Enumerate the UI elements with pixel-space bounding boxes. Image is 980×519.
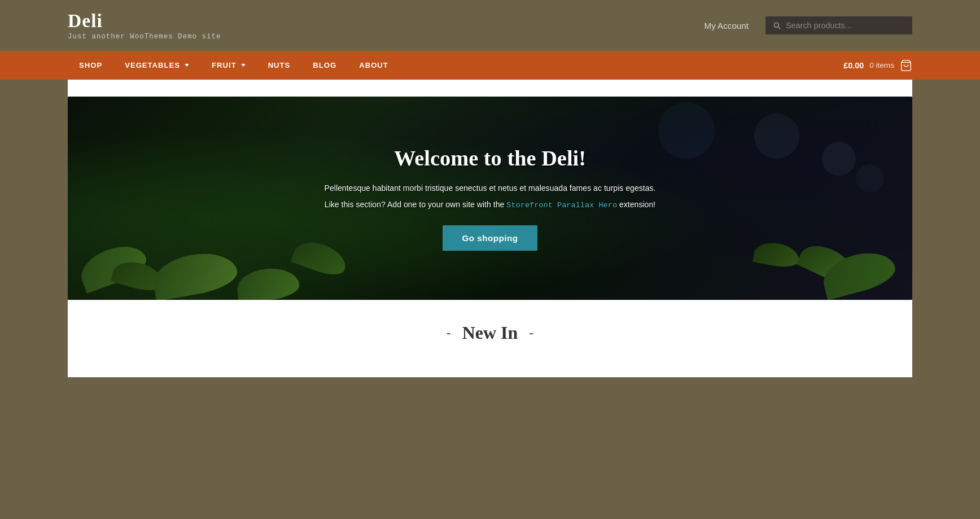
nav-link-vegetables[interactable]: VEGETABLES xyxy=(113,51,200,80)
chevron-down-icon xyxy=(185,64,189,67)
main-navigation: SHOP VEGETABLES FRUIT NUTS BLOG xyxy=(0,51,980,80)
nav-item-fruit: FRUIT xyxy=(200,51,257,80)
nav-item-nuts: NUTS xyxy=(257,51,302,80)
hero-banner: Welcome to the Deli! Pellentesque habita… xyxy=(68,97,912,300)
new-in-section: - New In - xyxy=(68,300,912,355)
cart-area[interactable]: £0.00 0 items xyxy=(843,59,912,72)
new-in-heading: - New In - xyxy=(68,322,912,343)
main-content: Welcome to the Deli! Pellentesque habita… xyxy=(68,80,912,377)
nav-link-about[interactable]: ABOUT xyxy=(348,51,400,80)
parallax-hero-link[interactable]: Storefront Parallax Hero xyxy=(506,201,617,210)
hero-link-text: Like this section? Add one to your own s… xyxy=(325,200,655,210)
cart-icon xyxy=(900,59,912,72)
search-form xyxy=(765,16,912,34)
site-header: Deli Just another WooThemes Demo site My… xyxy=(0,0,980,51)
search-input[interactable] xyxy=(786,21,905,30)
site-title: Deli xyxy=(68,10,221,32)
nav-item-vegetables: VEGETABLES xyxy=(113,51,200,80)
hero-title: Welcome to the Deli! xyxy=(394,146,586,171)
chevron-down-icon xyxy=(241,64,246,67)
site-tagline: Just another WooThemes Demo site xyxy=(68,33,221,41)
nav-link-nuts[interactable]: NUTS xyxy=(257,51,302,80)
new-in-title: New In xyxy=(462,322,518,343)
site-branding: Deli Just another WooThemes Demo site xyxy=(68,10,221,41)
my-account-link[interactable]: My Account xyxy=(704,21,749,30)
go-shopping-button[interactable]: Go shopping xyxy=(443,225,537,251)
header-right: My Account xyxy=(704,16,912,34)
hero-content: Welcome to the Deli! Pellentesque habita… xyxy=(68,97,912,300)
nav-link-shop[interactable]: SHOP xyxy=(68,51,113,80)
nav-items: SHOP VEGETABLES FRUIT NUTS BLOG xyxy=(68,51,400,80)
hero-subtitle: Pellentesque habitant morbi tristique se… xyxy=(325,182,656,195)
nav-link-blog[interactable]: BLOG xyxy=(301,51,348,80)
heading-dash-right: - xyxy=(529,325,533,341)
heading-dash-left: - xyxy=(447,325,451,341)
nav-item-blog: BLOG xyxy=(301,51,348,80)
nav-link-fruit[interactable]: FRUIT xyxy=(200,51,257,80)
cart-total: £0.00 xyxy=(843,61,864,70)
nav-item-about: ABOUT xyxy=(348,51,400,80)
nav-item-shop: SHOP xyxy=(68,51,113,80)
search-icon xyxy=(772,21,781,30)
cart-count: 0 items xyxy=(869,61,894,69)
